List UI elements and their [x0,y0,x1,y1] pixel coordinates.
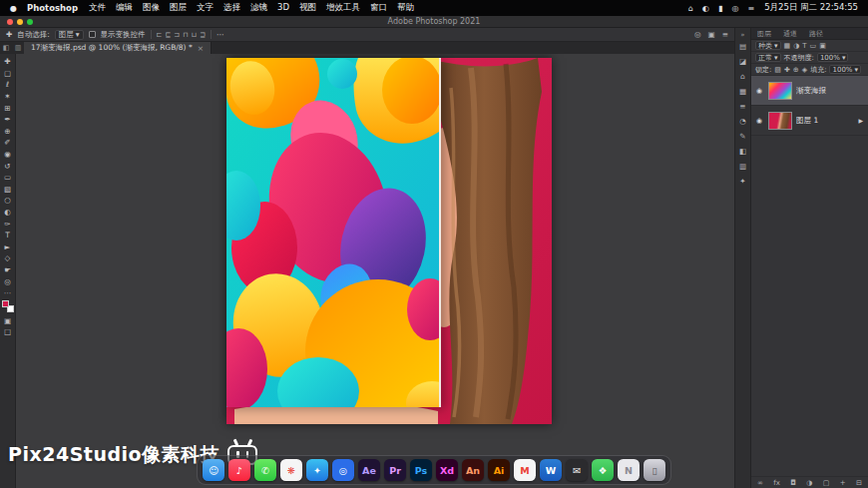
layer-style-button[interactable]: fx [773,479,780,487]
dock-app-store[interactable]: ◎ [332,459,354,481]
menu-item[interactable]: 3D [277,2,289,14]
spotlight-icon[interactable]: ◎ [732,4,739,13]
path-select-tool[interactable]: ► [1,242,15,253]
search-icon[interactable]: ◎ [694,30,701,39]
apple-menu-icon[interactable]: ● [10,4,17,13]
libraries-panel-icon[interactable]: ⌂ [740,72,745,81]
add-layer-mask-button[interactable]: ◘ [790,479,796,487]
panel-tab[interactable]: 通道 [777,28,803,39]
edit-toolbar-icon[interactable]: ⋯ [1,287,15,299]
dock-safari[interactable]: ✦ [306,459,328,481]
pen-tool[interactable]: ✑ [1,218,15,230]
dock-notes[interactable]: N [618,459,640,481]
align-icon[interactable]: ⊑ [165,31,171,39]
panel-tab[interactable]: 路径 [803,28,829,39]
auto-select-dropdown[interactable]: 图层 ▾ [55,30,84,40]
menu-item[interactable]: 选择 [223,2,240,14]
layer-name[interactable]: 图层 1 [796,116,854,126]
foreground-color-swatch[interactable] [2,300,9,307]
filter-pixel-layers-icon[interactable]: ▦ [784,42,791,50]
marquee-tool[interactable]: ▢ [1,68,15,80]
dock-finder[interactable]: ☺ [203,459,224,481]
document-canvas[interactable] [226,58,552,424]
layer-thumbnail[interactable] [768,112,792,130]
new-layer-button[interactable]: + [840,479,846,487]
menu-item[interactable]: 编辑 [116,2,133,14]
control-center-icon[interactable]: ≡ [747,4,754,13]
dock-wechat[interactable]: ❖ [592,459,614,481]
dock-music[interactable]: ♪ [228,459,250,481]
canvas-pasteboard[interactable] [16,54,734,488]
type-tool[interactable]: T [1,230,15,242]
dock-mail[interactable]: M [514,459,536,481]
properties-panel-icon[interactable]: ▤ [739,42,746,51]
quick-mask-button[interactable]: ▣ [1,314,15,326]
input-source-icon[interactable]: ⌂ [688,4,693,13]
lock-position-icon[interactable]: ✚ [784,66,790,74]
battery-icon[interactable]: ▮ [718,4,722,13]
options-overflow-icon[interactable]: ⋯ [217,30,224,39]
filter-adjustment-layers-icon[interactable]: ◑ [793,42,799,50]
lasso-tool[interactable]: ℓ [1,79,15,91]
lock-transparency-icon[interactable]: ▨ [774,66,781,74]
adjustments-panel-icon[interactable]: ◪ [739,57,746,66]
gradient-tool[interactable]: ▧ [1,184,15,196]
lock-all-icon[interactable]: ◈ [802,66,807,74]
eyedropper-tool[interactable]: ✒ [1,114,15,126]
styles-panel-icon[interactable]: ✦ [739,177,745,186]
layer-row[interactable]: ◉ 渐变海报 [751,76,868,106]
menu-item[interactable]: 文字 [197,2,214,14]
dock-after-effects[interactable]: Ae [358,459,380,481]
hand-tool[interactable]: ☛ [1,264,15,276]
history-brush-tool[interactable]: ↺ [1,160,15,172]
blur-tool[interactable]: ○ [1,195,15,207]
layer-thumbnail[interactable] [768,82,792,100]
brush-tool[interactable]: ✐ [1,137,15,149]
screen-mode-button[interactable]: □ [1,326,15,338]
patterns-panel-icon[interactable]: ◧ [739,147,746,156]
menubar-clock[interactable]: 5月25日 周二 22:54:55 [764,2,858,14]
shape-tool[interactable]: ◇ [1,252,15,264]
panel-tab[interactable]: 图层 [751,28,777,39]
window-minimize-button[interactable] [17,19,23,25]
dock-word[interactable]: W [540,459,562,481]
menu-item[interactable]: 窗口 [370,2,387,14]
move-tool[interactable]: ✚ [1,56,15,68]
menu-item[interactable]: 图层 [170,2,187,14]
link-layers-button[interactable]: ∞ [757,479,763,487]
dock-photos[interactable]: ❋ [280,459,302,481]
dock-photoshop[interactable]: Ps [410,459,432,481]
swatches-panel-icon[interactable]: ≡ [739,102,745,111]
panel-toggle-icon[interactable]: ▥ [12,42,24,54]
align-icon[interactable]: ⊐ [174,31,180,39]
arrange-icon[interactable]: ≡ [722,30,728,39]
layer-visibility-eye-icon[interactable]: ◉ [754,87,764,95]
layer-row[interactable]: ◉ 图层 1 ▶ [751,106,868,136]
gradients-panel-icon[interactable]: ▥ [739,162,746,171]
show-transform-checkbox[interactable] [89,31,96,38]
filter-smart-objects-icon[interactable]: ▣ [819,42,826,50]
dock-trash[interactable]: ▯ [644,459,665,481]
menu-item[interactable]: 帮助 [397,2,414,14]
dodge-tool[interactable]: ◐ [1,207,15,219]
dock-messages[interactable]: ✉ [566,459,588,481]
dock-animate[interactable]: An [462,459,484,481]
dock-facetime[interactable]: ✆ [254,459,276,481]
lock-image-icon[interactable]: ⊕ [793,66,799,74]
new-group-button[interactable]: ▢ [823,479,830,487]
layer-name[interactable]: 渐变海报 [796,86,859,96]
menu-item[interactable]: 滤镜 [250,2,267,14]
dock-premiere[interactable]: Pr [384,459,406,481]
history-panel-icon[interactable]: ◔ [739,117,746,126]
tab-close-icon[interactable]: × [198,44,204,53]
blend-mode-dropdown[interactable]: 正常 ▾ [755,53,781,62]
delete-layer-button[interactable]: ⊟ [856,479,862,487]
expand-panels-icon[interactable]: » [740,31,744,39]
menu-item[interactable]: 增效工具 [326,2,360,14]
brushes-panel-icon[interactable]: ✎ [739,132,745,141]
new-adjustment-layer-button[interactable]: ◑ [806,479,812,487]
layer-filter-dropdown[interactable]: 种类 ▾ [755,41,781,50]
filter-type-layers-icon[interactable]: T [802,42,806,50]
document-tab[interactable]: 17渐变海报.psd @ 100% (渐变海报, RGB/8) * × [24,42,212,54]
align-icon[interactable]: ⊓ [183,31,188,39]
